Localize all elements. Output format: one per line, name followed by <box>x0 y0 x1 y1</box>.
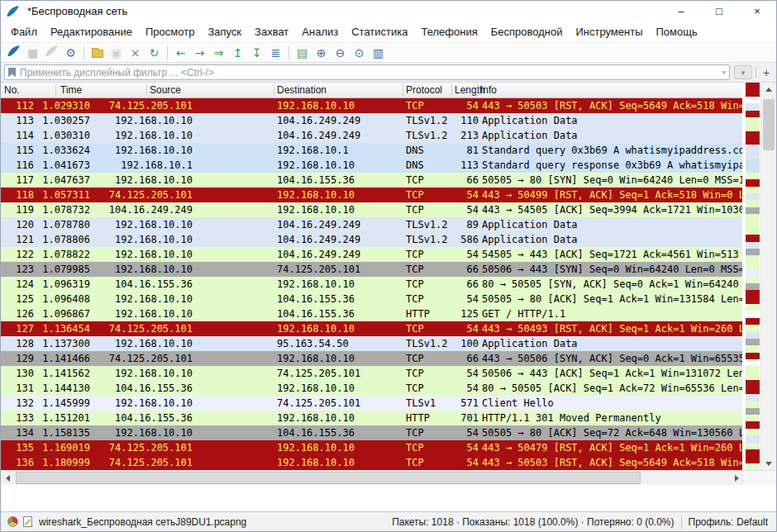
packet-row[interactable]: 1261.096867192.168.10.10104.16.155.36HTT… <box>1 306 742 321</box>
packet-cell-proto: DNS <box>406 143 450 158</box>
col-header-no[interactable]: No. <box>4 84 20 96</box>
horizontal-scrollbar[interactable] <box>1 470 744 485</box>
colorize-button[interactable]: ▤ <box>293 44 312 62</box>
header-separator[interactable] <box>451 84 452 96</box>
scroll-right-button[interactable] <box>730 471 744 485</box>
packet-row[interactable]: 1341.158135192.168.10.10104.16.155.36TCP… <box>1 425 742 440</box>
packet-row[interactable]: 1251.096408192.168.10.10104.16.155.36TCP… <box>1 292 742 306</box>
expert-info-icon[interactable] <box>7 516 18 527</box>
go-back-button[interactable]: ← <box>171 44 190 62</box>
packet-row[interactable]: 1201.078780192.168.10.10104.16.249.249TL… <box>1 217 742 232</box>
profile-label[interactable]: Профиль: Default <box>689 516 769 528</box>
menu-item-9[interactable]: Инструменты <box>569 23 649 40</box>
packet-row[interactable]: 1171.047637192.168.10.10104.16.155.36TCP… <box>1 173 742 188</box>
col-header-destination[interactable]: Destination <box>277 84 327 96</box>
vertical-scrollbar-thumb[interactable] <box>763 99 775 150</box>
packet-row[interactable]: 1151.033624192.168.10.10192.168.10.1DNS8… <box>1 143 742 158</box>
menu-item-6[interactable]: Статистика <box>345 23 414 40</box>
packet-row[interactable]: 1301.141562192.168.10.1074.125.205.101TC… <box>1 366 742 381</box>
header-separator[interactable] <box>146 84 147 96</box>
menu-item-8[interactable]: Беспроводной <box>484 23 570 40</box>
packet-row[interactable]: 1241.096319104.16.155.36192.168.10.10TCP… <box>1 277 742 292</box>
packet-row[interactable]: 1221.078822192.168.10.10104.16.249.249TC… <box>1 247 742 262</box>
packet-cell-no: 112 <box>1 98 34 113</box>
start-capture-button[interactable] <box>4 44 23 62</box>
packet-row[interactable]: 1311.144130104.16.155.36192.168.10.10TCP… <box>1 381 742 396</box>
zoom-100-button[interactable]: ⊙ <box>350 44 369 62</box>
minimap-stripe <box>746 235 760 241</box>
capture-options-button[interactable]: ⚙ <box>61 44 80 62</box>
packet-row[interactable]: 1361.18099974.125.205.101192.168.10.10TC… <box>1 455 742 470</box>
go-first-packet-button[interactable]: ↥ <box>228 44 247 62</box>
scroll-left-button[interactable] <box>1 471 15 485</box>
packet-row[interactable]: 1271.13645474.125.205.101192.168.10.10TC… <box>1 321 742 336</box>
display-filter-input[interactable] <box>20 67 718 78</box>
packet-cell-dst: 192.168.10.10 <box>277 98 403 113</box>
vertical-scrollbar[interactable] <box>760 83 776 470</box>
display-filter-field[interactable]: ▾ <box>4 64 730 80</box>
go-forward-button[interactable]: → <box>190 44 209 62</box>
header-separator[interactable] <box>55 84 56 96</box>
menu-item-10[interactable]: Помощь <box>650 23 704 40</box>
add-filter-button[interactable]: + <box>760 65 773 79</box>
minimap-stripe <box>746 131 760 138</box>
col-header-source[interactable]: Source <box>150 84 181 96</box>
packet-row[interactable]: 1291.14146674.125.205.101192.168.10.10TC… <box>1 351 742 366</box>
close-file-button[interactable]: × <box>126 44 145 62</box>
packet-minimap-scrollbar[interactable] <box>744 83 760 470</box>
packet-row[interactable]: 1121.02931074.125.205.101192.168.10.10TC… <box>1 98 742 113</box>
packet-row[interactable]: 1161.041673192.168.10.1192.168.10.10DNS1… <box>1 158 742 173</box>
scroll-up-button[interactable] <box>761 83 776 96</box>
stop-capture-button: ■ <box>23 44 42 62</box>
open-file-button[interactable] <box>88 44 107 62</box>
packet-row[interactable]: 1331.151201104.16.155.36192.168.10.10HTT… <box>1 411 742 425</box>
horizontal-scrollbar-thumb[interactable] <box>16 472 641 484</box>
minimize-button[interactable]: – <box>662 1 700 21</box>
main-toolbar: ■⚙▣×↻←→⇒↥↧≣▤⊕⊖⊙▥ <box>1 42 776 63</box>
header-separator[interactable] <box>477 84 478 96</box>
packet-cell-no: 129 <box>1 351 34 366</box>
packet-cell-no: 130 <box>1 366 34 381</box>
menu-item-0[interactable]: Файл <box>4 23 44 40</box>
packet-cell-len: 113 <box>450 158 479 173</box>
packet-row[interactable]: 1211.078806192.168.10.10104.16.249.249TL… <box>1 232 742 247</box>
packet-row[interactable]: 1321.145999192.168.10.1074.125.205.101TL… <box>1 396 742 411</box>
menu-item-3[interactable]: Запуск <box>201 23 248 40</box>
packet-row[interactable]: 1351.16901974.125.205.101192.168.10.10TC… <box>1 440 742 455</box>
zoom-in-button[interactable]: ⊕ <box>312 44 331 62</box>
minimap-stripe <box>746 415 760 421</box>
menu-item-1[interactable]: Редактирование <box>44 23 139 40</box>
resize-columns-button[interactable]: ▥ <box>369 44 388 62</box>
packet-row[interactable]: 1181.05731174.125.205.101192.168.10.10TC… <box>1 188 742 202</box>
close-button[interactable]: × <box>738 1 776 21</box>
col-header-protocol[interactable]: Protocol <box>406 84 442 96</box>
packet-row[interactable]: 1281.137300192.168.10.1095.163.54.50TLSv… <box>1 336 742 351</box>
capture-options-icon: ⚙ <box>65 47 76 59</box>
header-separator[interactable] <box>403 84 403 96</box>
capture-comment-icon[interactable] <box>23 516 32 527</box>
reload-file-button[interactable]: ↻ <box>145 44 164 62</box>
menu-item-4[interactable]: Захват <box>248 23 295 40</box>
maximize-button[interactable]: □ <box>700 1 738 21</box>
packet-row[interactable]: 1191.078732104.16.249.249192.168.10.10TC… <box>1 202 742 217</box>
packet-row[interactable]: 1141.030310192.168.10.10104.16.249.249TL… <box>1 128 742 143</box>
packet-cell-no: 128 <box>1 336 34 351</box>
packet-row[interactable]: 1131.030257192.168.10.10104.16.249.249TL… <box>1 113 742 128</box>
col-header-info[interactable]: Info <box>480 84 497 96</box>
filter-expression-dropdown[interactable]: ▾ <box>734 65 752 79</box>
zoom-out-button[interactable]: ⊖ <box>331 44 350 62</box>
minimap-stripe <box>746 277 760 283</box>
packet-row[interactable]: 1231.079985192.168.10.1074.125.205.101TC… <box>1 262 742 277</box>
filter-field-caret-icon[interactable]: ▾ <box>722 68 726 77</box>
go-last-packet-button[interactable]: ↧ <box>247 44 266 62</box>
menu-item-2[interactable]: Просмотр <box>139 23 201 40</box>
menu-item-7[interactable]: Телефония <box>414 23 484 40</box>
filter-bookmark-icon[interactable] <box>8 68 16 78</box>
auto-scroll-button[interactable]: ≣ <box>266 44 285 62</box>
header-separator[interactable] <box>274 84 274 96</box>
go-to-packet-button[interactable]: ⇒ <box>209 44 228 62</box>
col-header-time[interactable]: Time <box>60 84 82 96</box>
packet-cell-dst: 192.168.10.10 <box>277 440 403 455</box>
scroll-down-button[interactable] <box>761 457 776 470</box>
menu-item-5[interactable]: Анализ <box>295 23 345 40</box>
